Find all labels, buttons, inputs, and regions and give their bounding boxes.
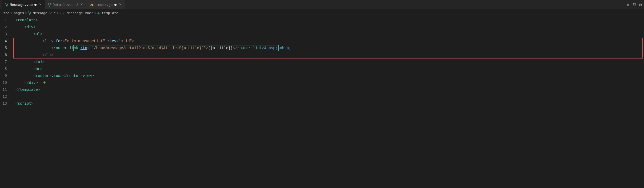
line-num-13: 13 xyxy=(0,100,10,107)
gt2: > xyxy=(33,24,35,31)
indent5 xyxy=(15,45,51,52)
line-num-6: 6 xyxy=(0,52,10,58)
indent6 xyxy=(15,52,42,58)
tab-close-icon[interactable]: × xyxy=(119,2,122,7)
tab-close-icon[interactable]: × xyxy=(80,2,83,7)
tab-message-vue[interactable]: ⋁ Message.vue × xyxy=(2,0,45,9)
line-num-5: 5 xyxy=(0,45,10,52)
code-line-10: </div> + xyxy=(15,79,644,86)
window-actions: ▷ ⧉ ⊡ xyxy=(627,2,642,7)
editor-root: ⋁ Message.vue × ⋁ Detail.vue U × JS inde… xyxy=(0,0,644,107)
indent3 xyxy=(15,31,33,38)
indent9 xyxy=(15,72,33,79)
breadcrumb-pages[interactable]: pages xyxy=(14,11,24,15)
breadcrumb-sep4: > xyxy=(94,11,97,15)
tab-label: index.js xyxy=(96,3,113,7)
tag3: ul xyxy=(36,31,40,38)
tag1: template xyxy=(18,17,35,24)
indent7 xyxy=(15,58,33,65)
line-num-2: 2 xyxy=(0,24,10,31)
breadcrumb-sep3: > xyxy=(57,11,59,15)
line-num-7: 7 xyxy=(0,58,10,65)
more-icon[interactable]: ⊡ xyxy=(639,2,642,7)
tab-bar: ⋁ Message.vue × ⋁ Detail.vue U × JS inde… xyxy=(2,0,125,9)
code-line-2: <div> xyxy=(15,24,644,31)
indent2 xyxy=(15,24,25,31)
breadcrumb: src > pages > ⋁ Message.vue > {} "Messag… xyxy=(0,9,644,17)
tab-label: Message.vue xyxy=(10,3,33,7)
tab-label: Detail.vue xyxy=(53,3,73,7)
line-num-12: 12 xyxy=(0,93,10,100)
tab-modified-dot xyxy=(34,4,37,6)
breadcrumb-src[interactable]: src xyxy=(3,11,9,15)
code-editor[interactable]: <template> <div> <ul> <li v-for="m in me… xyxy=(13,17,644,107)
line-num-11: 11 xyxy=(0,86,10,93)
run-icon[interactable]: ▷ xyxy=(627,2,630,7)
vue-icon: ⋁ xyxy=(48,3,51,7)
code-line-12 xyxy=(15,93,644,100)
gt3: > xyxy=(40,31,42,38)
gt1: > xyxy=(36,17,38,24)
code-line-6: </li> xyxy=(15,52,644,58)
indent4 xyxy=(15,38,42,45)
tab-modified-dot xyxy=(114,4,117,6)
code-line-11: </template> xyxy=(15,86,644,93)
title-bar: ⋁ Message.vue × ⋁ Detail.vue U × JS inde… xyxy=(0,0,644,9)
indent8 xyxy=(15,65,33,72)
breadcrumb-template-icon: ◎ xyxy=(98,11,100,15)
lt1: < xyxy=(15,17,18,24)
breadcrumb-sep2: > xyxy=(25,11,27,15)
code-line-9: <router-view></router-view> xyxy=(15,72,644,79)
breadcrumb-template[interactable]: template xyxy=(102,11,118,15)
code-line-3: <ul> xyxy=(15,31,644,38)
vue-icon: ⋁ xyxy=(5,3,8,7)
editor-wrapper: 1 2 3 4 5 6 7 8 9 10 11 12 13 <template>… xyxy=(0,17,644,107)
code-line-1: <template> xyxy=(15,17,644,24)
code-line-8: <hr> xyxy=(15,65,644,72)
js-icon: JS xyxy=(89,3,94,7)
breadcrumb-component[interactable]: "Message.vue" xyxy=(66,11,93,15)
split-editor-icon[interactable]: ⧉ xyxy=(633,2,636,7)
code-line-5: <router-link :to="`/home/message/detail?… xyxy=(15,45,644,52)
breadcrumb-obj-icon: {} xyxy=(60,11,64,15)
line-num-3: 3 xyxy=(0,31,10,38)
code-line-13: <script> xyxy=(15,100,644,107)
breadcrumb-sep1: > xyxy=(10,11,13,15)
lt3: < xyxy=(33,31,35,38)
plus-symbol: + xyxy=(43,79,46,86)
tag2: div xyxy=(27,24,33,31)
line-num-9: 9 xyxy=(0,72,10,79)
indent10 xyxy=(15,79,25,86)
breadcrumb-file[interactable]: Message.vue xyxy=(33,11,56,15)
lt2: < xyxy=(25,24,27,31)
tab-close-icon[interactable]: × xyxy=(39,2,42,7)
tab-detail-vue[interactable]: ⋁ Detail.vue U × xyxy=(45,0,86,9)
line-numbers: 1 2 3 4 5 6 7 8 9 10 11 12 13 xyxy=(0,17,13,107)
tab-index-js[interactable]: JS index.js × xyxy=(86,0,125,9)
tab-unsaved-indicator: U xyxy=(75,3,78,7)
breadcrumb-vue-icon: ⋁ xyxy=(28,11,31,15)
line-num-4: 4 xyxy=(0,38,10,45)
line-num-10: 10 xyxy=(0,79,10,86)
line-num-1: 1 xyxy=(0,17,10,24)
code-line-7: </ul> xyxy=(15,58,644,65)
code-line-4: <li v-for="m in messageList" :key="m.id"… xyxy=(15,38,644,45)
line-num-8: 8 xyxy=(0,65,10,72)
